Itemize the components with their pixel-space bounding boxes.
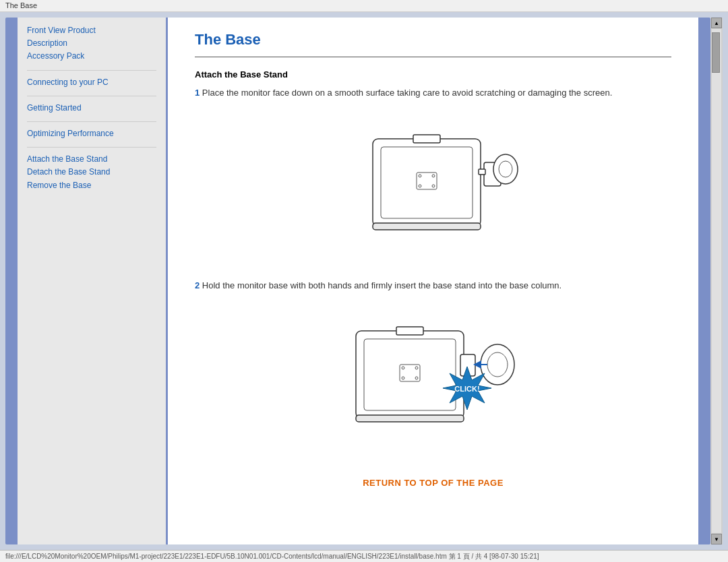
diagram-2-svg: CLICK! (329, 304, 538, 459)
sidebar-divider-3 (27, 121, 156, 122)
diagram-1-container (195, 112, 671, 260)
sidebar-item-attach-base-stand[interactable]: Attach the Base Stand (27, 153, 156, 166)
left-accent-bar (5, 18, 18, 544)
sidebar-group-1: Front View Product Description Accessory… (27, 24, 156, 63)
sidebar-divider-4 (27, 147, 156, 148)
scroll-down-button[interactable]: ▼ (711, 534, 722, 544)
svg-rect-12 (479, 169, 485, 175)
step2-number: 2 (195, 280, 200, 290)
scrollbar: ▲ ▼ (710, 18, 723, 544)
status-bar-text: file:///E/LCD%20Monitor%20OEM/Philips/M1… (5, 553, 539, 560)
sidebar: Front View Product Description Accessory… (18, 18, 166, 544)
sidebar-item-optimizing-performance[interactable]: Optimizing Performance (27, 127, 156, 140)
svg-point-16 (402, 367, 404, 369)
svg-point-19 (415, 377, 418, 379)
diagram-2-container: CLICK! (195, 304, 671, 459)
sidebar-group-5: Attach the Base Stand Detach the Base St… (27, 153, 156, 192)
sidebar-group-4: Optimizing Performance (27, 127, 156, 140)
title-divider (195, 57, 671, 57)
right-accent-bar (698, 18, 710, 544)
svg-point-11 (499, 161, 512, 177)
content-area: The Base Attach the Base Stand 1 Place t… (166, 18, 698, 544)
svg-point-5 (419, 185, 421, 187)
svg-point-4 (432, 175, 435, 177)
scroll-thumb[interactable] (712, 32, 720, 73)
diagram-1-svg (339, 112, 528, 260)
sidebar-item-accessory-pack[interactable]: Accessory Pack (27, 50, 156, 63)
svg-rect-21 (356, 415, 464, 422)
svg-point-3 (419, 175, 421, 177)
title-bar-text: The Base (5, 1, 37, 9)
svg-point-24 (487, 352, 508, 377)
step1-number: 1 (195, 88, 200, 98)
sidebar-item-getting-started[interactable]: Getting Started (27, 102, 156, 115)
svg-rect-20 (396, 327, 423, 335)
svg-text:CLICK!: CLICK! (454, 385, 479, 393)
sidebar-group-2: Connecting to your PC (27, 76, 156, 89)
step2-body: Hold the monitor base with both hands an… (202, 280, 562, 290)
sidebar-item-detach-base-stand[interactable]: Detach the Base Stand (27, 166, 156, 179)
step1-body: Place the monitor face down on a smooth … (202, 88, 612, 98)
section-heading: Attach the Base Stand (195, 69, 671, 80)
svg-point-17 (415, 367, 418, 369)
sidebar-divider-1 (27, 70, 156, 71)
svg-point-6 (432, 185, 435, 187)
svg-rect-8 (373, 223, 481, 230)
sidebar-item-front-view[interactable]: Front View Product (27, 24, 156, 37)
scroll-track[interactable] (712, 29, 721, 533)
svg-rect-7 (413, 135, 440, 143)
sidebar-item-remove-base[interactable]: Remove the Base (27, 179, 156, 192)
return-to-top-link[interactable]: RETURN TO TOP OF THE PAGE (195, 478, 671, 488)
step1-text: 1 Place the monitor face down on a smoot… (195, 86, 671, 100)
sidebar-item-description[interactable]: Description (27, 37, 156, 50)
sidebar-divider-2 (27, 96, 156, 96)
page-title: The Base (195, 31, 671, 49)
title-bar: The Base (0, 0, 728, 12)
sidebar-group-3: Getting Started (27, 102, 156, 115)
sidebar-item-connecting-pc[interactable]: Connecting to your PC (27, 76, 156, 89)
svg-point-18 (402, 377, 404, 379)
status-bar: file:///E/LCD%20Monitor%20OEM/Philips/M1… (0, 550, 728, 562)
step2-text: 2 Hold the monitor base with both hands … (195, 279, 671, 292)
scroll-up-button[interactable]: ▲ (711, 18, 722, 28)
